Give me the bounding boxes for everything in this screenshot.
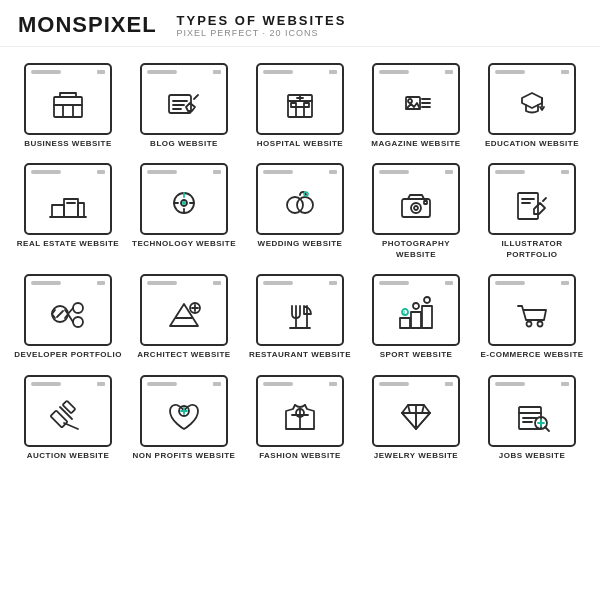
label-jewelry: JEWELRY WEBSITE bbox=[374, 451, 458, 461]
icon-cell-photography: PHOTOGRAPHY WEBSITE bbox=[358, 155, 474, 266]
svg-line-51 bbox=[68, 314, 73, 322]
svg-rect-11 bbox=[296, 107, 304, 117]
icon-cell-auction: AUCTION WEBSITE bbox=[10, 367, 126, 467]
icon-cell-restaurant: RESTAURANT WEBSITE bbox=[242, 266, 358, 366]
svg-rect-25 bbox=[78, 203, 84, 217]
svg-rect-14 bbox=[291, 103, 296, 107]
svg-point-34 bbox=[182, 201, 186, 205]
svg-rect-24 bbox=[64, 199, 78, 217]
icon-box-education bbox=[488, 63, 576, 135]
svg-point-65 bbox=[413, 303, 419, 309]
icon-box-photography bbox=[372, 163, 460, 235]
svg-line-83 bbox=[408, 405, 410, 413]
icon-box-wedding bbox=[256, 163, 344, 235]
icon-cell-developer: DEVELOPER PORTFOLIO bbox=[10, 266, 126, 366]
icon-box-jewelry bbox=[372, 375, 460, 447]
icon-cell-realestate: REAL ESTATE WEBSITE bbox=[10, 155, 126, 266]
label-blog: BLOG WEBSITE bbox=[150, 139, 218, 149]
icon-cell-architect: ARCHITECT WEBSITE bbox=[126, 266, 242, 366]
svg-rect-60 bbox=[400, 318, 410, 328]
icon-box-sport: 2 bbox=[372, 274, 460, 346]
label-hospital: HOSPITAL WEBSITE bbox=[257, 139, 343, 149]
svg-rect-61 bbox=[411, 312, 421, 328]
label-technology: TECHNOLOGY WEBSITE bbox=[132, 239, 236, 249]
svg-rect-0 bbox=[54, 97, 82, 117]
icon-cell-blog: BLOG WEBSITE bbox=[126, 55, 242, 155]
label-wedding: WEDDING WEBSITE bbox=[258, 239, 343, 249]
svg-rect-41 bbox=[424, 201, 427, 204]
icon-cell-wedding: WEDDING WEBSITE bbox=[242, 155, 358, 266]
icon-box-developer bbox=[24, 274, 112, 346]
label-fashion: FASHION WEBSITE bbox=[259, 451, 341, 461]
svg-point-17 bbox=[408, 99, 412, 103]
label-education: EDUCATION WEBSITE bbox=[485, 139, 579, 149]
icon-box-auction bbox=[24, 375, 112, 447]
svg-rect-1 bbox=[60, 93, 76, 97]
icon-box-restaurant bbox=[256, 274, 344, 346]
label-ecommerce: E-COMMERCE WEBSITE bbox=[480, 350, 583, 360]
svg-rect-23 bbox=[52, 205, 64, 217]
icon-box-business bbox=[24, 63, 112, 135]
icon-box-blog bbox=[140, 63, 228, 135]
label-illustrator: ILLUSTRATOR PORTFOLIO bbox=[478, 239, 586, 260]
svg-point-66 bbox=[424, 297, 430, 303]
icon-grid: BUSINESS WEBSITE BLOG WEBSITE HOSPITAL W… bbox=[0, 47, 600, 475]
icon-cell-hospital: HOSPITAL WEBSITE bbox=[242, 55, 358, 155]
svg-rect-15 bbox=[304, 103, 309, 107]
label-developer: DEVELOPER PORTFOLIO bbox=[14, 350, 122, 360]
icon-box-jobs bbox=[488, 375, 576, 447]
icon-cell-ecommerce: E-COMMERCE WEBSITE bbox=[474, 266, 590, 366]
icon-cell-sport: 2 SPORT WEBSITE bbox=[358, 266, 474, 366]
icon-box-fashion bbox=[256, 375, 344, 447]
svg-line-45 bbox=[543, 198, 546, 201]
svg-point-39 bbox=[411, 203, 421, 213]
svg-point-49 bbox=[73, 317, 83, 327]
svg-line-8 bbox=[194, 95, 198, 99]
icon-box-magazine bbox=[372, 63, 460, 135]
main-title: TYPES OF WEBSITES bbox=[177, 13, 347, 28]
svg-rect-42 bbox=[518, 193, 538, 219]
label-auction: AUCTION WEBSITE bbox=[27, 451, 110, 461]
icon-box-hospital bbox=[256, 63, 344, 135]
svg-marker-80 bbox=[402, 413, 416, 429]
icon-box-nonprofits bbox=[140, 375, 228, 447]
label-sport: SPORT WEBSITE bbox=[380, 350, 453, 360]
icon-cell-illustrator: ILLUSTRATOR PORTFOLIO bbox=[474, 155, 590, 266]
svg-point-67 bbox=[527, 322, 532, 327]
icon-box-technology bbox=[140, 163, 228, 235]
label-jobs: JOBS WEBSITE bbox=[499, 451, 565, 461]
subtitle: PIXEL PERFECT · 20 ICONS bbox=[177, 28, 347, 38]
svg-line-84 bbox=[422, 405, 424, 413]
svg-rect-3 bbox=[63, 105, 73, 117]
title-block: TYPES OF WEBSITES PIXEL PERFECT · 20 ICO… bbox=[177, 13, 347, 38]
svg-point-36 bbox=[297, 197, 313, 213]
icon-box-ecommerce bbox=[488, 274, 576, 346]
svg-line-70 bbox=[64, 423, 78, 429]
svg-rect-62 bbox=[422, 306, 432, 328]
icon-cell-nonprofits: NON PROFITS WEBSITE bbox=[126, 367, 242, 467]
svg-line-47 bbox=[57, 311, 63, 317]
icon-cell-jewelry: JEWELRY WEBSITE bbox=[358, 367, 474, 467]
icon-cell-jobs: JOBS WEBSITE bbox=[474, 367, 590, 467]
label-magazine: MAGAZINE WEBSITE bbox=[371, 139, 460, 149]
icon-cell-business: BUSINESS WEBSITE bbox=[10, 55, 126, 155]
label-photography: PHOTOGRAPHY WEBSITE bbox=[362, 239, 470, 260]
icon-cell-technology: TECHNOLOGY WEBSITE bbox=[126, 155, 242, 266]
icon-box-architect bbox=[140, 274, 228, 346]
label-architect: ARCHITECT WEBSITE bbox=[137, 350, 230, 360]
label-nonprofits: NON PROFITS WEBSITE bbox=[133, 451, 236, 461]
icon-box-illustrator bbox=[488, 163, 576, 235]
icon-cell-magazine: MAGAZINE WEBSITE bbox=[358, 55, 474, 155]
label-restaurant: RESTAURANT WEBSITE bbox=[249, 350, 351, 360]
svg-point-48 bbox=[73, 303, 83, 313]
svg-marker-21 bbox=[522, 93, 542, 108]
icon-box-realestate bbox=[24, 163, 112, 235]
logo: MONSPIXEL bbox=[18, 12, 157, 38]
header: MONSPIXEL TYPES OF WEBSITES PIXEL PERFEC… bbox=[0, 0, 600, 47]
icon-cell-education: EDUCATION WEBSITE bbox=[474, 55, 590, 155]
svg-point-68 bbox=[538, 322, 543, 327]
icon-cell-fashion: FASHION WEBSITE bbox=[242, 367, 358, 467]
svg-line-50 bbox=[68, 308, 73, 314]
svg-marker-81 bbox=[416, 413, 430, 429]
label-realestate: REAL ESTATE WEBSITE bbox=[17, 239, 119, 249]
